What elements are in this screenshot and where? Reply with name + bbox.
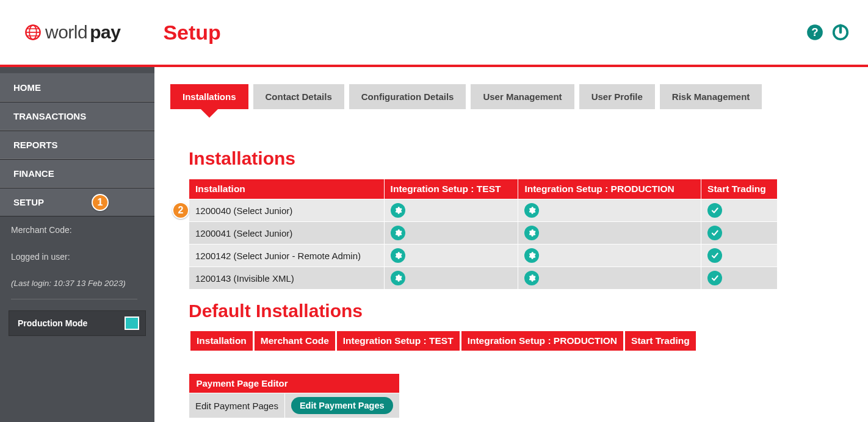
sidebar-item-transactions[interactable]: TRANSACTIONS — [0, 102, 154, 131]
col-merchant-code: Merchant Code — [255, 331, 335, 351]
gear-icon[interactable] — [391, 271, 405, 285]
installations-table: Installation Integration Setup : TEST In… — [189, 179, 778, 290]
installation-label: 1200041 (Select Junior) — [189, 222, 385, 245]
sidebar-item-reports[interactable]: REPORTS — [0, 131, 154, 159]
mode-toggle[interactable]: Production Mode — [9, 310, 146, 336]
check-icon — [707, 203, 722, 218]
payment-page-editor-table: Payment Page Editor Edit Payment Pages E… — [189, 374, 400, 418]
col-installation: Installation — [190, 331, 253, 351]
check-icon — [707, 248, 722, 263]
globe-icon — [24, 24, 42, 41]
editor-row-label: Edit Payment Pages — [189, 393, 285, 418]
logged-in-user-label: Logged in user: — [11, 252, 143, 262]
col-production: Integration Setup : PRODUCTION — [518, 179, 701, 199]
sidebar-item-label: SETUP — [13, 197, 44, 207]
default-installations-heading: Default Installations — [189, 301, 834, 321]
page-title: Setup — [163, 21, 220, 45]
last-login-label: (Last login: 10:37 13 Feb 2023) — [11, 279, 143, 288]
divider — [11, 299, 137, 299]
tab-configuration-details[interactable]: Configuration Details — [349, 84, 466, 109]
power-icon[interactable] — [831, 23, 850, 41]
mode-indicator — [125, 316, 139, 330]
svg-text:?: ? — [811, 26, 818, 38]
brand-world: world — [45, 22, 87, 43]
tab-installations[interactable]: Installations — [170, 84, 248, 109]
main-content: Installations Contact Details Configurat… — [154, 67, 868, 422]
col-test: Integration Setup : TEST — [337, 331, 460, 351]
gear-icon[interactable] — [524, 203, 539, 218]
sidebar: HOME TRANSACTIONS REPORTS FINANCE SETUP … — [0, 67, 154, 422]
gear-icon[interactable] — [391, 248, 405, 263]
col-start-trading: Start Trading — [701, 179, 778, 199]
col-start-trading: Start Trading — [625, 331, 696, 351]
table-row: 1200041 (Select Junior) — [189, 222, 778, 245]
annotation-step-2: 2 — [172, 202, 189, 219]
col-test: Integration Setup : TEST — [384, 179, 518, 199]
sidebar-item-home[interactable]: HOME — [0, 73, 154, 102]
col-production: Integration Setup : PRODUCTION — [461, 331, 623, 351]
annotation-step-1: 1 — [92, 194, 109, 211]
installation-label: 1200143 (Invisible XML) — [189, 267, 385, 290]
brand-pay: pay — [90, 22, 120, 43]
tab-bar: Installations Contact Details Configurat… — [170, 84, 852, 109]
tab-risk-management[interactable]: Risk Management — [660, 84, 762, 109]
col-installation: Installation — [189, 179, 385, 199]
edit-payment-pages-button[interactable]: Edit Payment Pages — [291, 397, 393, 414]
gear-icon[interactable] — [524, 271, 539, 285]
tab-contact-details[interactable]: Contact Details — [253, 84, 344, 109]
gear-icon[interactable] — [391, 226, 405, 240]
help-icon[interactable]: ? — [806, 23, 824, 41]
table-row: 2 1200040 (Select Junior) — [189, 199, 778, 222]
gear-icon[interactable] — [524, 248, 539, 263]
merchant-code-label: Merchant Code: — [11, 225, 143, 235]
tab-user-management[interactable]: User Management — [471, 84, 574, 109]
header: worldpay Setup ? — [0, 0, 868, 67]
gear-icon[interactable] — [524, 226, 539, 240]
sidebar-item-finance[interactable]: FINANCE — [0, 159, 154, 188]
installation-label: 1200142 (Select Junior - Remote Admin) — [189, 245, 385, 267]
tab-user-profile[interactable]: User Profile — [579, 84, 655, 109]
installation-label: 1200040 (Select Junior) — [195, 206, 292, 216]
editor-heading: Payment Page Editor — [189, 374, 400, 393]
check-icon — [707, 226, 722, 240]
installations-heading: Installations — [189, 148, 834, 169]
mode-label: Production Mode — [18, 318, 125, 328]
table-row: 1200143 (Invisible XML) — [189, 267, 778, 290]
installations-panel: Installations Installation Integration S… — [170, 129, 852, 422]
default-installations-table: Installation Merchant Code Integration S… — [189, 331, 698, 351]
table-row: 1200142 (Select Junior - Remote Admin) — [189, 245, 778, 267]
check-icon — [707, 271, 722, 285]
sidebar-item-setup[interactable]: SETUP 1 — [0, 188, 154, 216]
gear-icon[interactable] — [391, 203, 405, 218]
brand-logo: worldpay — [24, 22, 120, 43]
